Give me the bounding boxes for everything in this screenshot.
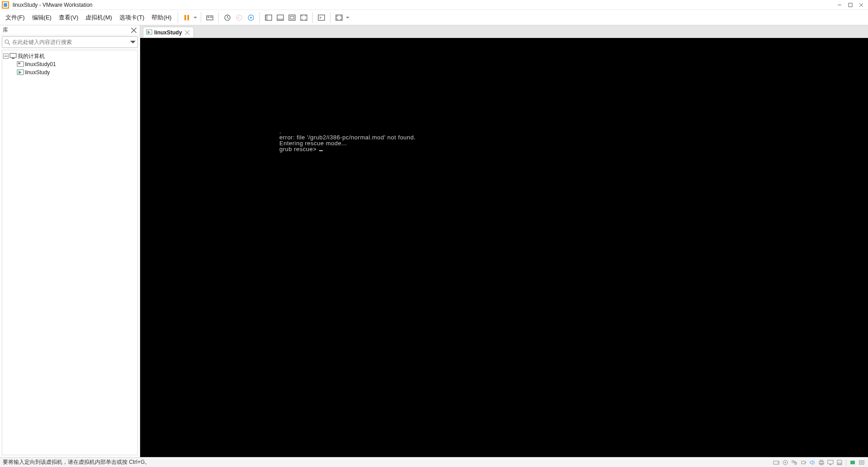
maximize-button[interactable] [845, 1, 855, 9]
view-single-button[interactable] [286, 12, 298, 24]
fullscreen-dropdown[interactable] [345, 16, 350, 19]
vm-status-icon[interactable] [849, 459, 856, 466]
svg-rect-11 [210, 17, 212, 18]
svg-rect-21 [290, 16, 294, 19]
svg-rect-33 [10, 53, 16, 57]
toolbar-separator [330, 12, 330, 23]
usb-icon[interactable] [800, 459, 807, 466]
search-dropdown-icon[interactable] [130, 39, 136, 45]
collapse-icon[interactable] [3, 53, 9, 59]
svg-rect-36 [18, 62, 20, 64]
library-panel: 库 我的计算机 linuxStudy01 linuxStudy [0, 25, 140, 457]
titlebar: linuxStudy - VMware Workstation [0, 0, 868, 10]
tree-root-label: 我的计算机 [18, 52, 45, 60]
close-button[interactable] [856, 1, 866, 9]
statusbar: 要将输入定向到该虚拟机，请在虚拟机内部单击或按 Ctrl+G。 [0, 457, 868, 467]
toolbar-separator [178, 12, 178, 23]
toolbar-separator [218, 12, 219, 23]
tree-item-label: linuxStudy [25, 69, 50, 76]
menu-icon[interactable] [858, 459, 865, 466]
view-bottom-button[interactable] [274, 12, 286, 24]
tab-linuxstudy[interactable]: linuxStudy [143, 27, 194, 38]
svg-rect-59 [859, 461, 864, 464]
svg-rect-55 [830, 464, 831, 465]
app-icon [2, 1, 9, 9]
tab-close-button[interactable] [184, 30, 190, 35]
svg-rect-57 [838, 463, 841, 464]
svg-rect-9 [207, 16, 213, 20]
network-icon[interactable] [791, 459, 798, 466]
svg-marker-8 [193, 17, 197, 19]
snapshot-button[interactable] [222, 12, 233, 24]
svg-rect-34 [12, 58, 14, 59]
menu-edit[interactable]: 编辑(E) [28, 12, 55, 24]
tree-item-label: linuxStudy01 [25, 61, 56, 67]
svg-rect-47 [792, 461, 794, 462]
vm-console[interactable]: . error: file '/grub2/i386-pc/normal.mod… [140, 38, 868, 457]
tab-bar: linuxStudy [140, 25, 868, 38]
computer-icon [9, 53, 17, 59]
library-search[interactable] [2, 36, 138, 48]
minimize-button[interactable] [835, 1, 844, 9]
vm-off-icon [17, 61, 24, 67]
cd-icon[interactable] [782, 459, 789, 466]
library-header: 库 [0, 25, 140, 35]
svg-rect-52 [820, 460, 823, 462]
floppy-icon[interactable] [836, 459, 843, 466]
console-view-button[interactable] [316, 12, 327, 24]
cursor [319, 150, 323, 151]
toolbar-separator [259, 12, 260, 23]
menu-file[interactable]: 文件(F) [2, 12, 28, 24]
status-icons [773, 459, 865, 466]
menu-view[interactable]: 查看(V) [55, 12, 82, 24]
svg-point-44 [778, 462, 778, 463]
send-ctrl-alt-del-button[interactable] [204, 12, 216, 24]
status-message: 要将输入定向到该虚拟机，请在虚拟机内部单击或按 Ctrl+G。 [3, 458, 773, 466]
svg-rect-3 [849, 3, 852, 7]
svg-rect-50 [805, 462, 806, 463]
printer-icon[interactable] [818, 459, 825, 466]
menu-tabs[interactable]: 选项卡(T) [116, 12, 148, 24]
tab-label: linuxStudy [154, 29, 182, 36]
sound-icon[interactable] [809, 459, 816, 466]
console-line: grub rescue> [279, 146, 318, 152]
svg-rect-7 [188, 15, 189, 20]
vm-on-icon [146, 29, 152, 36]
vm-on-icon [17, 69, 24, 76]
search-icon [4, 39, 10, 45]
svg-point-15 [250, 17, 252, 19]
svg-rect-17 [265, 15, 268, 20]
view-sidebar-button[interactable] [263, 12, 274, 24]
tree-item[interactable]: linuxStudy01 [3, 60, 137, 68]
power-dropdown[interactable] [193, 16, 198, 19]
svg-marker-30 [130, 41, 136, 43]
svg-rect-20 [289, 15, 295, 20]
menu-help[interactable]: 帮助(H) [148, 12, 175, 24]
fullscreen-button[interactable] [333, 12, 345, 24]
library-title: 库 [3, 26, 131, 34]
view-expand-button[interactable] [298, 12, 310, 24]
tree-root[interactable]: 我的计算机 [3, 52, 137, 60]
menu-vm[interactable]: 虚拟机(M) [82, 12, 116, 24]
window-title: linuxStudy - VMware Workstation [13, 2, 93, 8]
disk-icon[interactable] [773, 459, 780, 466]
svg-rect-1 [4, 3, 7, 7]
snapshot-manager-button[interactable] [245, 12, 257, 24]
toolbar-separator [312, 12, 313, 23]
svg-rect-6 [184, 15, 186, 20]
status-separator [846, 459, 846, 466]
library-search-input[interactable] [12, 39, 130, 45]
svg-rect-58 [850, 461, 855, 464]
library-close-button[interactable] [131, 27, 137, 33]
toolbar-separator [201, 12, 201, 23]
pause-button[interactable] [181, 12, 193, 24]
display-icon[interactable] [827, 459, 834, 466]
revert-snapshot-button[interactable] [233, 12, 245, 24]
library-tree[interactable]: 我的计算机 linuxStudy01 linuxStudy [2, 50, 138, 455]
menubar: 文件(F) 编辑(E) 查看(V) 虚拟机(M) 选项卡(T) 帮助(H) [0, 10, 868, 25]
console-output: . error: file '/grub2/i386-pc/normal.mod… [279, 129, 416, 152]
svg-line-29 [8, 43, 10, 45]
svg-rect-10 [208, 17, 209, 18]
svg-point-28 [5, 40, 9, 43]
tree-item[interactable]: linuxStudy [3, 68, 137, 76]
